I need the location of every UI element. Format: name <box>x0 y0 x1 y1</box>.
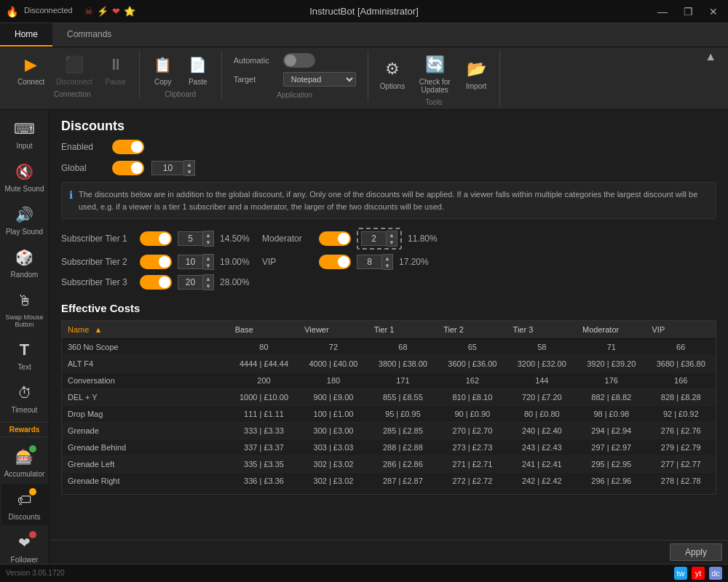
discounts-body: Enabled Global ▲ ▼ <box>50 140 728 540</box>
titlebar-controls[interactable]: — ❐ ✕ <box>653 4 722 19</box>
global-value-input[interactable]: ▲ ▼ <box>151 160 195 176</box>
import-button[interactable]: 📂 Import <box>460 55 492 93</box>
automatic-toggle[interactable] <box>283 53 315 68</box>
table-row: Grenade Behind337 | £3.37303 | £3.03288 … <box>62 439 716 456</box>
sidebar-item-follower[interactable]: ❤ Follower <box>1 527 48 564</box>
random-icon: 🎲 <box>13 246 36 269</box>
global-value-field[interactable] <box>151 161 184 175</box>
table-cell: 176 <box>577 372 646 389</box>
tier3-spin-down[interactable]: ▼ <box>203 282 213 290</box>
col-vip[interactable]: VIP <box>646 321 716 339</box>
table-cell: 288 | £2.88 <box>368 439 438 456</box>
paste-label: Paste <box>189 78 207 86</box>
discounts-label: Discounts <box>9 513 41 521</box>
sidebar-item-mute-sound[interactable]: 🔇 Mute Sound <box>1 156 48 197</box>
table-cell: 166 <box>646 372 716 389</box>
tier1-spin-up[interactable]: ▲ <box>203 231 213 239</box>
twitter-icon[interactable]: tw <box>674 567 687 580</box>
disconnect-button[interactable]: ⬛ Disconnect <box>52 50 96 89</box>
sidebar-item-input[interactable]: ⌨ Input <box>1 113 48 154</box>
table-cell: 287 | £2.87 <box>368 473 438 490</box>
maximize-button[interactable]: ❐ <box>679 4 697 19</box>
tier3-toggle[interactable] <box>140 275 172 290</box>
paste-button[interactable]: 📄 Paste <box>182 50 214 89</box>
toolbar-collapse-button[interactable]: ▲ <box>705 50 722 63</box>
vip-value-input[interactable]: ▲ ▼ <box>357 254 393 270</box>
global-label: Global <box>61 163 105 173</box>
connection-group: ▶ Connect ⬛ Disconnect ⏸ Pause Connectio… <box>6 50 140 98</box>
col-base[interactable]: Base <box>229 321 298 339</box>
sidebar-item-swap-mouse[interactable]: 🖱 Swap Mouse Button <box>1 284 48 332</box>
main-layout: ⌨ Input 🔇 Mute Sound 🔊 Play Sound 🎲 Rand… <box>0 110 728 564</box>
col-tier3[interactable]: Tier 3 <box>507 321 577 339</box>
copy-button[interactable]: 📋 Copy <box>147 50 179 89</box>
col-tier2[interactable]: Tier 2 <box>438 321 507 339</box>
sidebar-item-play-sound[interactable]: 🔊 Play Sound <box>1 199 48 240</box>
col-moderator[interactable]: Moderator <box>577 321 646 339</box>
tier1-value-field[interactable] <box>178 231 203 246</box>
sidebar-item-text[interactable]: T Text <box>1 334 48 375</box>
moderator-value-dashed: ▲ ▼ <box>357 228 402 250</box>
follower-label: Follower <box>11 556 39 564</box>
effective-costs-table-container[interactable]: Name ▲ Base Viewer Tier 1 Tier 2 Tier 3 … <box>61 320 716 495</box>
col-viewer[interactable]: Viewer <box>298 321 368 339</box>
minimize-button[interactable]: — <box>653 4 672 19</box>
table-cell: 241 | £2.41 <box>507 456 577 473</box>
rewards-header: Rewards <box>0 422 49 437</box>
youtube-icon[interactable]: yt <box>692 567 705 580</box>
tier1-spin-down[interactable]: ▼ <box>203 239 213 246</box>
vip-spin-down[interactable]: ▼ <box>382 262 392 269</box>
fire-icon: 🔥 <box>6 6 18 17</box>
col-tier1[interactable]: Tier 1 <box>368 321 438 339</box>
sidebar-item-random[interactable]: 🎲 Random <box>1 242 48 283</box>
col-name[interactable]: Name ▲ <box>62 321 229 339</box>
table-cell: 294 | £2.94 <box>577 423 646 439</box>
moderator-toggle[interactable] <box>319 231 351 246</box>
sidebar-item-accumulator[interactable]: 🎰 Accumulator <box>1 441 48 482</box>
tab-commands[interactable]: Commands <box>52 23 126 47</box>
close-button[interactable]: ✕ <box>705 4 722 19</box>
global-toggle[interactable] <box>112 161 144 175</box>
moderator-spin-up[interactable]: ▲ <box>387 231 397 239</box>
tier2-spin-down[interactable]: ▼ <box>203 262 213 269</box>
table-cell: 285 | £2.85 <box>368 423 438 439</box>
discord-icon[interactable]: dc <box>709 567 722 580</box>
table-cell: 243 | £2.43 <box>507 439 577 456</box>
tier3-value-field[interactable] <box>178 275 203 290</box>
table-cell: 278 | £2.78 <box>646 473 716 490</box>
vip-value-field[interactable] <box>357 255 382 269</box>
tab-home[interactable]: Home <box>0 23 52 47</box>
tier3-spin-up[interactable]: ▲ <box>203 275 213 282</box>
moderator-label: Moderator <box>262 234 313 244</box>
disconnect-icon: ⬛ <box>63 53 86 76</box>
tier2-value-field[interactable] <box>178 255 203 269</box>
tier3-value-input[interactable]: ▲ ▼ <box>178 274 214 290</box>
check-updates-button[interactable]: 🔄 Check for Updates <box>412 50 457 97</box>
play-sound-icon: 🔊 <box>13 203 36 226</box>
tier1-value-input[interactable]: ▲ ▼ <box>178 231 214 247</box>
tier2-value-input[interactable]: ▲ ▼ <box>178 254 214 270</box>
text-label: Text <box>17 363 31 371</box>
tier2-spin-up[interactable]: ▲ <box>203 255 213 262</box>
table-row: Drop Mag111 | £1.11100 | £1.0095 | £0.95… <box>62 406 716 423</box>
connect-button[interactable]: ▶ Connect <box>13 50 49 89</box>
moderator-spin-down[interactable]: ▼ <box>387 239 397 246</box>
sidebar-item-timeout[interactable]: ⏱ Timeout <box>1 377 48 418</box>
pause-button[interactable]: ⏸ Pause <box>100 50 132 89</box>
clipboard-group-label: Clipboard <box>165 90 196 98</box>
sidebar-item-discounts[interactable]: 🏷 Discounts <box>1 484 48 525</box>
vip-toggle[interactable] <box>319 255 351 269</box>
options-button[interactable]: ⚙ Options <box>376 55 409 93</box>
info-icon: ℹ <box>69 189 73 201</box>
enabled-toggle[interactable] <box>112 140 144 154</box>
apply-button[interactable]: Apply <box>670 543 722 561</box>
moderator-value-field[interactable] <box>361 231 387 246</box>
vip-spin-up[interactable]: ▲ <box>382 255 392 262</box>
target-dropdown[interactable]: Notepad <box>283 72 356 87</box>
moderator-value-input[interactable]: ▲ ▼ <box>361 231 397 247</box>
global-spin-down[interactable]: ▼ <box>184 168 194 175</box>
tier1-toggle[interactable] <box>140 231 172 246</box>
global-spin-up[interactable]: ▲ <box>184 161 194 168</box>
tier2-toggle[interactable] <box>140 255 172 269</box>
content-area: Discounts Enabled Global ▲ ▼ <box>50 110 728 564</box>
